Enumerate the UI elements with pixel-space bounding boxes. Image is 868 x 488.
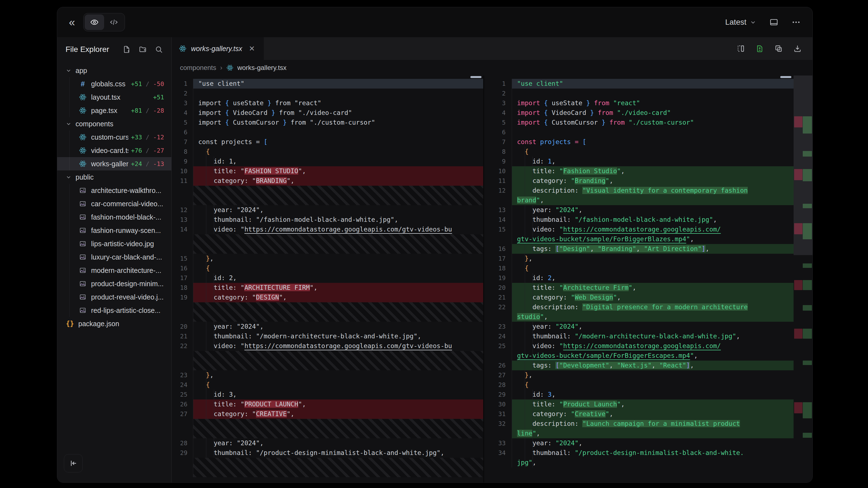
react-file-icon	[78, 93, 87, 101]
new-folder-icon[interactable]	[138, 45, 147, 54]
code-line: 26 title: "PRODUCT LAUNCH",	[172, 399, 483, 409]
more-ellipsis-icon[interactable]	[792, 18, 801, 27]
breadcrumb-file[interactable]: works-gallery.tsx	[238, 64, 286, 72]
code-line: 18 {	[484, 263, 794, 273]
code-line: 27 category: "CREATIVE",	[172, 409, 483, 419]
file-label: red-lips-artistic-close...	[91, 306, 160, 315]
preview-toggle-button[interactable]	[85, 14, 104, 30]
minimap-removed-mark	[794, 329, 803, 339]
code-line: 27 },	[484, 370, 794, 380]
horizontal-scrollbar[interactable]	[470, 76, 482, 78]
css-file-icon: #	[78, 80, 87, 88]
chevron-down-icon	[65, 67, 72, 73]
code-line: 2	[484, 89, 794, 98]
sidebar-file-package-json[interactable]: {}package.json	[57, 317, 171, 330]
code-line: 22 description: "Digital presence for a …	[484, 302, 794, 312]
top-bar: « Latest	[57, 7, 812, 37]
sidebar-file-modern-architecture-[interactable]: modern-architecture-...	[57, 264, 171, 277]
minimap-added-mark	[803, 116, 812, 133]
tab-works-gallery[interactable]: works-gallery.tsx ✕	[172, 37, 264, 60]
panel-bottom-icon[interactable]	[769, 18, 779, 27]
breadcrumb-separator: ›	[220, 64, 222, 72]
sidebar-file-fashion-model-black-[interactable]: fashion-model-black-...	[57, 210, 171, 224]
code-line: gtv-videos-bucket/sample/ForBiggerEscape…	[484, 351, 794, 361]
code-line: 6	[484, 127, 794, 137]
file-label: globals.css	[91, 80, 125, 88]
file-label: fashion-model-black-...	[91, 213, 161, 221]
sidebar-file-car-commercial-video-[interactable]: car-commercial-video...	[57, 197, 171, 210]
sidebar-folder-app[interactable]: app	[57, 64, 171, 77]
sidebar-file-layout-tsx[interactable]: layout.tsx+51	[57, 91, 171, 104]
sidebar-file-globals-css[interactable]: #globals.css+51 / -50	[57, 77, 171, 91]
minimap-removed-mark	[794, 280, 803, 290]
code-toggle-button[interactable]	[104, 14, 124, 30]
img-file-icon	[78, 293, 87, 301]
img-file-icon	[78, 253, 87, 261]
code-line: 4import { VideoCard } from "./video-card…	[172, 108, 483, 118]
split-diff-icon[interactable]	[736, 44, 745, 53]
collapse-left-icon	[69, 459, 78, 468]
file-label: car-commercial-video...	[91, 200, 163, 208]
horizontal-scrollbar[interactable]	[780, 76, 792, 78]
diff-stats: +76 / -27	[128, 147, 164, 154]
minimap-scrollbar[interactable]	[794, 75, 812, 483]
sidebar-file-product-reveal-video-j-[interactable]: product-reveal-video.j...	[57, 290, 171, 304]
code-line: 3import { useState } from "react"	[172, 98, 483, 108]
code-line: 20 year: "2024",	[172, 322, 483, 331]
file-label: modern-architecture-...	[91, 266, 161, 274]
code-line: 15 },	[172, 254, 483, 263]
sidebar-file-page-tsx[interactable]: page.tsx+81 / -28	[57, 104, 171, 117]
code-line: 12 description: "Visual identity for a c…	[484, 186, 794, 195]
code-line: 13 thumbnail: "/fashion-model-black-and-…	[172, 215, 483, 225]
diff-view: 1"use client"23import { useState } from …	[172, 75, 812, 483]
code-line: 33 year: "2024",	[484, 438, 794, 448]
code-line: 15 video: "https://commondatastorage.goo…	[484, 225, 794, 234]
file-diff-icon[interactable]	[755, 44, 764, 53]
img-file-icon	[78, 187, 87, 194]
code-line: 9 id: 1,	[172, 157, 483, 166]
version-dropdown[interactable]: Latest	[725, 18, 756, 27]
sidebar-file-product-design-minim-[interactable]: product-design-minim...	[57, 277, 171, 290]
sidebar-file-architecture-walkthro-[interactable]: architecture-walkthro...	[57, 184, 171, 197]
download-icon[interactable]	[793, 44, 802, 53]
file-label: lips-artistic-video.jpg	[91, 240, 154, 248]
sidebar-folder-public[interactable]: public	[57, 170, 171, 184]
sidebar-file-fashion-runway-scen-[interactable]: fashion-runway-scen...	[57, 224, 171, 237]
code-line: studio",	[484, 312, 794, 322]
code-line: 1"use client"	[172, 79, 483, 89]
json-file-icon: {}	[66, 320, 74, 328]
code-line: 13 year: "2024",	[484, 205, 794, 215]
collapse-panel-icon[interactable]: «	[69, 17, 75, 28]
minimap-added-mark	[803, 433, 812, 438]
img-file-icon	[78, 227, 87, 234]
collapse-left-button[interactable]	[64, 454, 83, 473]
code-line: 6	[172, 127, 483, 137]
code-line: 14 video: "https://commondatastorage.goo…	[172, 225, 483, 234]
img-file-icon	[78, 266, 87, 274]
file-explorer-title: File Explorer	[65, 45, 109, 54]
code-line: 20 title: "Architecture Firm",	[484, 283, 794, 293]
react-file-icon	[78, 160, 87, 168]
code-line: 7const projects = [	[172, 137, 483, 147]
file-label: public	[75, 173, 94, 181]
sidebar-file-custom-curs-[interactable]: custom-curs...+33 / -12	[57, 130, 171, 144]
search-icon[interactable]	[155, 45, 163, 54]
sidebar-file-red-lips-artistic-close-[interactable]: red-lips-artistic-close...	[57, 304, 171, 317]
code-line: 29 id: 3,	[484, 390, 794, 399]
breadcrumb-folder[interactable]: components	[180, 64, 216, 72]
sidebar-file-video-card-tsx[interactable]: video-card.tsx+76 / -27	[57, 144, 171, 157]
copy-icon[interactable]	[774, 44, 783, 53]
code-line: 17 },	[484, 254, 794, 263]
minimap-added-mark	[803, 151, 812, 157]
tab-close-icon[interactable]: ✕	[249, 44, 255, 53]
minimap-added-mark	[803, 223, 812, 239]
sidebar-file-luxury-car-black-and-[interactable]: luxury-car-black-and-...	[57, 250, 171, 264]
sidebar-folder-components[interactable]: components	[57, 117, 171, 130]
code-line: 24 thumbnail: "/modern-architecture-blac…	[484, 331, 794, 341]
sidebar-file-works-galler-[interactable]: works-galler...+24 / -13	[57, 157, 171, 170]
code-line: 8 {	[172, 147, 483, 157]
new-file-icon[interactable]	[122, 45, 131, 54]
img-file-icon	[78, 240, 87, 248]
code-line: 28 year: "2024",	[172, 438, 483, 448]
sidebar-file-lips-artistic-video-jpg[interactable]: lips-artistic-video.jpg	[57, 237, 171, 250]
